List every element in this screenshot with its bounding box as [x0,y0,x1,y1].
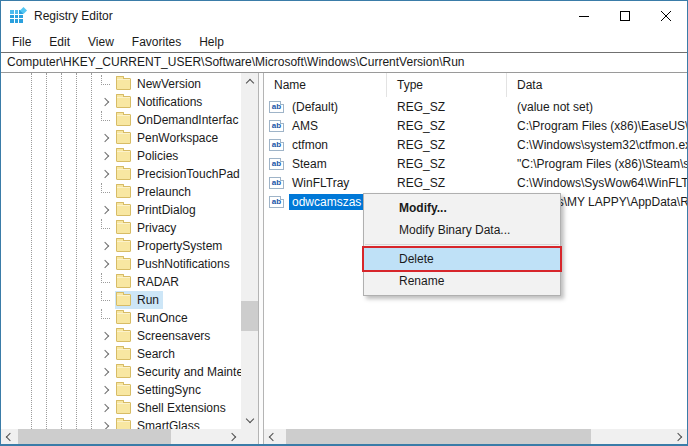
list-row-default[interactable]: ab(Default)REG_SZ(value not set) [264,97,687,116]
tree-item-radar[interactable]: RADAR [1,273,241,291]
column-header-type[interactable]: Type [387,73,507,97]
tree-item-body: Security and Mainte [115,363,241,381]
folder-icon [116,96,131,108]
chevron-right-icon[interactable] [98,381,115,399]
tree-item-ondemandinterfac[interactable]: OnDemandInterfac [1,111,241,129]
tree-item-search[interactable]: Search [1,345,241,363]
menu-item-file[interactable]: File [3,33,40,51]
folder-icon [116,240,131,252]
scrollbar-thumb[interactable] [241,301,258,331]
tree-leaf-connector [98,273,115,291]
folder-icon [116,420,131,429]
tree-item-label: PropertySystem [137,239,222,253]
tree-item-screensavers[interactable]: Screensavers [1,327,241,345]
tree-horizontal-scrollbar[interactable] [1,429,241,444]
scrollbar-thumb[interactable] [286,429,591,444]
tree-item-newversion[interactable]: NewVersion [1,75,241,93]
tree-item-run[interactable]: Run [1,291,241,309]
list-horizontal-scrollbar[interactable] [264,429,687,444]
chevron-right-icon[interactable] [98,237,115,255]
tree-item-label: Screensavers [137,329,210,343]
tree-item-privacy[interactable]: Privacy [1,219,241,237]
tree-item-pushnotifications[interactable]: PushNotifications [1,255,241,273]
value-name: (Default) [289,99,341,115]
tree-item-body: Screensavers [115,327,214,345]
tree-item-runonce[interactable]: RunOnce [1,309,241,327]
chevron-right-icon[interactable] [98,327,115,345]
tree-leaf-connector [98,291,115,309]
scroll-up-button[interactable] [241,73,258,90]
scroll-right-button[interactable] [226,429,241,444]
string-value-ab-icon: ab [269,196,284,208]
scroll-down-button[interactable] [241,412,258,429]
minimize-button[interactable] [564,1,605,31]
chevron-right-icon[interactable] [98,129,115,147]
type-cell: REG_SZ [387,176,507,190]
close-icon [661,11,672,22]
address-bar[interactable]: Computer\HKEY_CURRENT_USER\Software\Micr… [1,52,687,73]
menu-item-help[interactable]: Help [190,33,233,51]
value-name: AMS [289,118,321,134]
menu-item-edit[interactable]: Edit [40,33,79,51]
tree-item-body: PenWorkspace [115,129,222,147]
context-menu-item-rename[interactable]: Rename [364,270,560,292]
tree-vertical-scrollbar[interactable] [241,73,258,429]
string-value-ab-icon: ab [269,101,284,113]
tree-item-label: Prelaunch [137,185,191,199]
menu-item-favorites[interactable]: Favorites [123,33,190,51]
maximize-button[interactable] [605,1,646,31]
context-menu-item-modify-binary-data[interactable]: Modify Binary Data... [364,219,560,241]
scroll-right-button[interactable] [672,429,687,444]
name-cell: abctfmon [264,137,387,153]
tree-item-shell-extensions[interactable]: Shell Extensions [1,399,241,417]
list-row-ams[interactable]: abAMSREG_SZC:\Program Files (x86)\EaseUS… [264,116,687,135]
close-button[interactable] [646,1,687,31]
window-title: Registry Editor [34,9,113,23]
folder-icon [116,330,131,342]
value-name: Steam [289,156,330,172]
column-header-name[interactable]: Name [264,73,387,97]
chevron-right-icon[interactable] [98,201,115,219]
tree-item-label: PrecisionTouchPad [137,167,240,181]
name-cell: abAMS [264,118,387,134]
tree-item-printdialog[interactable]: PrintDialog [1,201,241,219]
scroll-left-button[interactable] [1,429,16,444]
tree-item-smartglass[interactable]: SmartGlass [1,417,241,429]
scrollbar-thumb[interactable] [18,429,171,444]
folder-icon [116,294,131,306]
tree-item-notifications[interactable]: Notifications [1,93,241,111]
menu-item-view[interactable]: View [79,33,123,51]
chevron-right-icon[interactable] [98,363,115,381]
tree-item-propertysystem[interactable]: PropertySystem [1,237,241,255]
list-row-winfltray[interactable]: abWinFLTrayREG_SZC:\Windows\SysWow64\Win… [264,173,687,192]
folder-icon [116,204,131,216]
column-header-data[interactable]: Data [507,73,687,97]
chevron-right-icon[interactable] [98,165,115,183]
chevron-right-icon[interactable] [98,255,115,273]
tree-item-body: PrecisionTouchPad [115,165,241,183]
list-row-steam[interactable]: abSteamREG_SZ"C:\Program Files (x86)\Ste… [264,154,687,173]
tree-item-label: PenWorkspace [137,131,218,145]
list-row-ctfmon[interactable]: abctfmonREG_SZC:\Windows\system32\ctfmon… [264,135,687,154]
tree-item-penworkspace[interactable]: PenWorkspace [1,129,241,147]
tree-item-precisiontouchpad[interactable]: PrecisionTouchPad [1,165,241,183]
folder-icon [116,384,131,396]
tree-item-body: RunOnce [115,309,192,327]
chevron-right-icon[interactable] [98,345,115,363]
context-menu-item-delete[interactable]: Delete [364,248,560,270]
tree-item-security-and-mainte[interactable]: Security and Mainte [1,363,241,381]
tree-item-body: Shell Extensions [115,399,230,417]
tree-item-policies[interactable]: Policies [1,147,241,165]
folder-icon [116,132,131,144]
chevron-right-icon[interactable] [98,93,115,111]
folder-icon [116,114,131,126]
tree-item-body: SettingSync [115,381,205,399]
scroll-left-button[interactable] [264,429,279,444]
tree-item-prelaunch[interactable]: Prelaunch [1,183,241,201]
tree-items: NewVersionNotificationsOnDemandInterfacP… [1,75,241,429]
tree-item-settingsync[interactable]: SettingSync [1,381,241,399]
chevron-right-icon[interactable] [98,147,115,165]
chevron-right-icon[interactable] [98,399,115,417]
chevron-right-icon[interactable] [98,417,115,429]
context-menu-item-modify[interactable]: Modify... [364,197,560,219]
